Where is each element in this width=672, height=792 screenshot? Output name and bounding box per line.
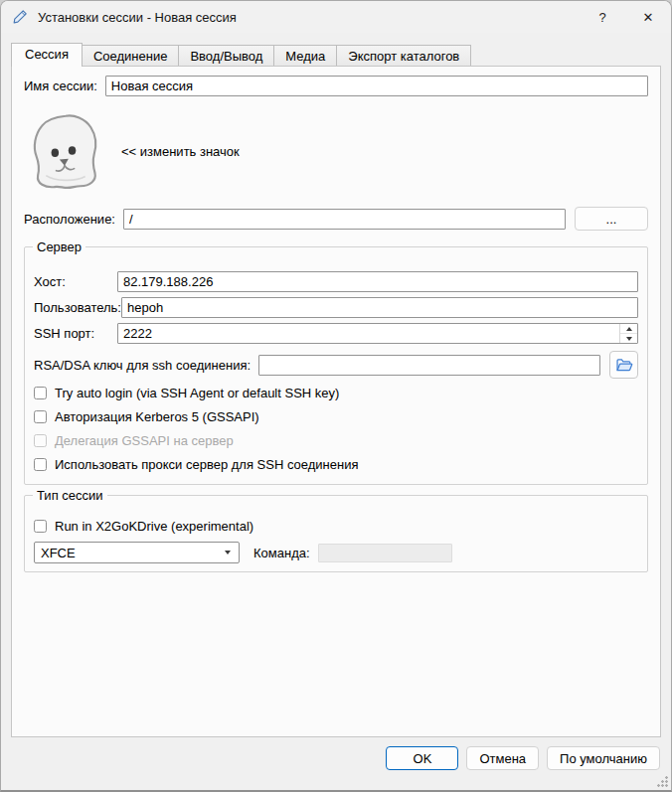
pencil-window-icon [12,9,28,25]
change-icon-button[interactable]: << изменить значок [121,144,240,159]
ok-button[interactable]: OK [386,746,458,770]
user-label: Пользователь: [34,300,121,315]
port-row: SSH порт: [34,323,638,344]
tab-media[interactable]: Медиа [273,45,337,66]
kerberos-label: Авторизация Kerberos 5 (GSSAPI) [55,409,259,424]
host-label: Хост: [34,274,117,289]
session-icon-row: << изменить значок [24,109,648,193]
command-input-disabled [318,544,452,562]
arrow-down-icon [626,337,632,341]
window-controls: ? ✕ [580,1,671,33]
kdrive-row: Run in X2GoKDrive (experimental) [34,514,638,538]
ssh-key-label: RSA/DSA ключ для ssh соединения: [34,358,251,373]
desktop-select-value: XFCE [41,546,76,560]
ssh-proxy-checkbox[interactable] [34,458,47,471]
titlebar: Установки сессии - Новая сессия ? ✕ [1,1,671,33]
kerberos-checkbox[interactable] [34,410,47,423]
browse-path-button[interactable]: ... [575,207,648,231]
host-input[interactable] [117,271,638,292]
session-path-label: Расположение: [24,212,115,227]
tab-connection[interactable]: Соединение [82,45,180,66]
server-group-title: Сервер [33,239,85,254]
session-icon-button[interactable] [24,109,107,193]
arrow-up-icon [626,327,632,331]
combo-arrow-icon [225,551,231,554]
session-name-row: Имя сессии: [24,76,648,96]
port-input[interactable] [117,323,638,344]
autologin-checkbox[interactable] [34,387,47,399]
ssh-key-browse-button[interactable] [609,351,638,379]
command-label: Команда: [253,546,310,560]
session-name-input[interactable] [105,76,648,96]
ssh-proxy-label: Использовать прокси сервер для SSH соеди… [55,457,359,472]
session-settings-dialog: Установки сессии - Новая сессия ? ✕ Сесс… [0,0,672,792]
port-label: SSH порт: [34,326,117,341]
port-spinbox [117,323,638,344]
kdrive-label: Run in X2GoKDrive (experimental) [55,519,253,534]
dialog-footer: OK Отмена По умолчанию [1,737,671,790]
autologin-row: Try auto login (via SSH Agent or default… [34,381,638,404]
ssh-key-row: RSA/DSA ключ для ssh соединения: [34,351,638,379]
resize-grip[interactable] [657,776,668,787]
kdrive-checkbox[interactable] [34,520,47,533]
defaults-button[interactable]: По умолчанию [547,746,660,770]
x2go-seal-icon [25,110,106,192]
user-input[interactable] [121,297,638,318]
tab-input-output[interactable]: Ввод/Вывод [178,45,274,66]
open-folder-icon [614,356,633,375]
gssapi-delegation-checkbox [34,434,47,447]
session-path-row: Расположение: ... [24,207,648,231]
session-type-group-title: Тип сессии [33,488,107,503]
autologin-label: Try auto login (via SSH Agent or default… [55,386,339,400]
spin-up-button[interactable] [620,324,637,334]
tab-folder-export[interactable]: Экспорт каталогов [336,45,471,66]
kerberos-row: Авторизация Kerberos 5 (GSSAPI) [34,404,638,428]
port-spinner [619,324,637,343]
session-name-label: Имя сессии: [24,79,97,93]
gssapi-delegation-label: Делегация GSSAPI на сервер [55,433,234,448]
close-button[interactable]: ✕ [625,1,671,33]
help-button[interactable]: ? [580,1,625,33]
tab-bar: Сессия Соединение Ввод/Вывод Медиа Экспо… [11,43,661,66]
gssapi-delegation-row: Делегация GSSAPI на сервер [34,428,638,452]
desktop-select[interactable]: XFCE [34,542,240,563]
user-row: Пользователь: [34,297,638,318]
host-row: Хост: [34,271,638,292]
session-type-group: Тип сессии Run in X2GoKDrive (experiment… [24,495,648,572]
window-title: Установки сессии - Новая сессия [38,10,237,25]
session-path-input[interactable] [123,209,566,230]
cancel-button[interactable]: Отмена [466,746,539,770]
spin-down-button[interactable] [620,334,637,343]
ssh-proxy-row: Использовать прокси сервер для SSH соеди… [34,452,638,476]
ssh-key-input[interactable] [258,355,600,376]
server-group: Сервер Хост: Пользователь: SSH порт: [24,246,648,485]
tab-session[interactable]: Сессия [11,43,83,67]
session-tab-page: Имя сессии: << изменить значок Расположе… [11,66,661,737]
desktop-command-row: XFCE Команда: [34,540,638,565]
